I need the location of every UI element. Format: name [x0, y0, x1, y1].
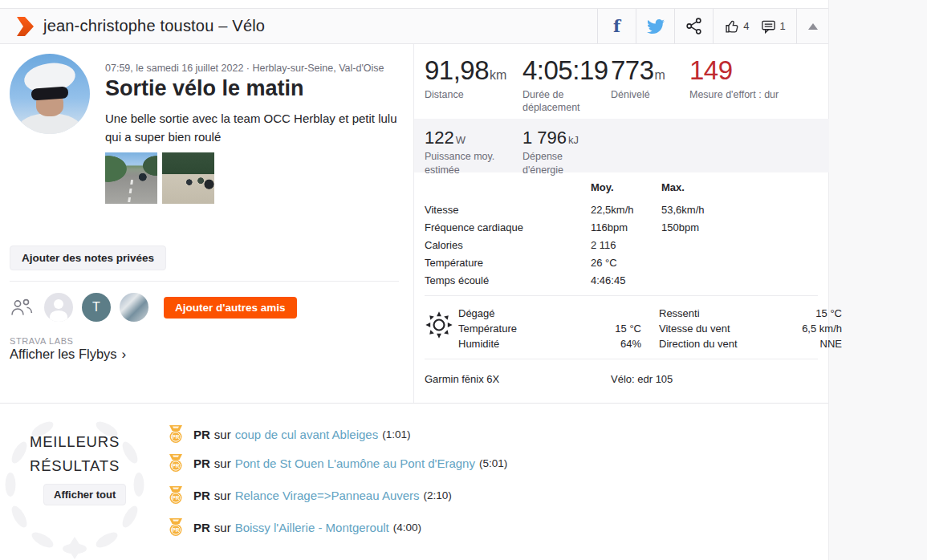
group-icon	[10, 298, 35, 317]
photo-thumbnail-1[interactable]	[105, 152, 157, 204]
table-header: Moy. Max.	[425, 181, 818, 204]
twitter-share-button[interactable]	[636, 9, 674, 43]
page-background-strip	[828, 0, 927, 560]
friends-row: T Ajouter d'autres amis	[10, 293, 297, 322]
strava-logo-icon[interactable]	[16, 16, 35, 37]
share-button[interactable]	[674, 9, 713, 43]
pr-row: PR PR sur coup de cul avant Ableiges (1:…	[169, 425, 410, 444]
stat-moving-time: 4:05:19 Durée de déplacement	[522, 55, 611, 114]
divider	[10, 281, 399, 282]
activity-title: Sortie vélo le matin	[105, 76, 304, 101]
pr-row: PR PR sur Pont de St Ouen L'aumône au Po…	[169, 454, 507, 473]
show-all-button[interactable]: Afficher tout	[43, 484, 126, 505]
activity-summary-panel: 07:59, le samedi 16 juillet 2022 · Herbl…	[0, 44, 413, 403]
twitter-icon	[647, 18, 665, 35]
kudos-comments-group: 4 1	[713, 9, 796, 43]
best-results-heading: MEILLEURS RÉSULTATS	[0, 430, 149, 478]
bike-name: Vélo: edr 105	[611, 373, 673, 385]
weather-right-column: Ressenti15 °C Vitesse du vent6,5 km/h Di…	[659, 306, 842, 351]
activity-stats-panel: 91,98km Distance 4:05:19 Durée de déplac…	[413, 44, 828, 403]
stat-energy: 1 796kJ Dépense d'énergie	[522, 128, 643, 172]
chevron-right-icon: ›	[122, 347, 127, 362]
details-table: Moy. Max. Vitesse 22,5km/h 53,6km/h Fréq…	[425, 181, 818, 292]
stat-elevation: 773m Dénivelé	[611, 55, 689, 114]
table-row: Vitesse 22,5km/h 53,6km/h	[425, 204, 818, 221]
pr-row: PR PR sur Boissy l'Aillerie - Montgeroul…	[169, 518, 421, 537]
flybys-link[interactable]: Afficher les Flybys›	[10, 347, 126, 363]
pr-medal-icon: PR	[169, 454, 183, 473]
activity-description: Une belle sortie avec la team OCC Herbla…	[105, 110, 412, 146]
table-row: Temps écoulé 4:46:45	[425, 274, 818, 292]
primary-stats: 91,98km Distance 4:05:19 Durée de déplac…	[425, 55, 818, 114]
add-private-notes-button[interactable]: Ajouter des notes privées	[10, 246, 166, 270]
activity-meta: 07:59, le samedi 16 juillet 2022 · Herbl…	[105, 63, 384, 74]
triangle-up-icon	[808, 23, 818, 30]
device-name: Garmin fēnix 6X	[425, 373, 499, 385]
add-friends-button[interactable]: Ajouter d'autres amis	[164, 297, 297, 319]
pr-medal-icon: PR	[169, 425, 183, 444]
header-actions: f 4	[597, 9, 828, 43]
thumbs-up-icon	[724, 18, 739, 34]
comments-button[interactable]: 1	[761, 18, 786, 34]
pr-medal-icon: PR	[169, 518, 183, 537]
segment-link[interactable]: Boissy l'Aillerie - Montgeroult	[235, 521, 389, 534]
gear-section: Garmin fēnix 6X Vélo: edr 105	[425, 373, 818, 385]
weather-left-column: Dégagé Température15 °C Humidité64%	[458, 306, 641, 351]
stat-distance: 91,98km Distance	[425, 55, 522, 114]
table-row: Fréquence cardiaque 116bpm 150bpm	[425, 221, 818, 239]
best-results-section: MEILLEURS RÉSULTATS Afficher tout PR PR …	[0, 403, 828, 560]
kudos-button[interactable]: 4	[724, 18, 749, 34]
divider	[425, 359, 818, 359]
svg-text:PR: PR	[172, 527, 179, 533]
friend-avatar-initial[interactable]: T	[82, 293, 111, 322]
segment-link[interactable]: coup de cul avant Ableiges	[235, 428, 378, 441]
sun-icon	[425, 310, 453, 339]
stat-relative-effort: 149 Mesure d'effort : dur	[689, 55, 818, 114]
segment-link[interactable]: Pont de St Ouen L'aumône au Pont d'Eragn…	[235, 457, 475, 470]
kudos-count: 4	[743, 20, 749, 32]
stat-avg-power: 122W Puissance moy. estimée	[425, 128, 522, 172]
pr-medal-icon: PR	[169, 486, 183, 505]
friend-avatar-placeholder[interactable]	[44, 293, 73, 322]
activity-photos	[105, 152, 214, 204]
collapse-button[interactable]	[796, 9, 828, 43]
weather-section: Dégagé Température15 °C Humidité64% Ress…	[425, 306, 842, 351]
facebook-icon: f	[613, 18, 620, 34]
divider	[425, 295, 818, 296]
secondary-stats: 122W Puissance moy. estimée 1 796kJ Dépe…	[414, 119, 829, 172]
svg-text:PR: PR	[172, 463, 179, 469]
table-row: Calories 2 116	[425, 239, 818, 257]
comment-icon	[761, 18, 776, 34]
svg-text:PR: PR	[172, 434, 179, 440]
table-row: Température 26 °C	[425, 257, 818, 274]
athlete-avatar[interactable]	[10, 54, 90, 134]
strava-labs-label: STRAVA LABS	[10, 336, 74, 346]
comment-count: 1	[780, 20, 786, 32]
friend-avatar-photo[interactable]	[120, 293, 148, 322]
pr-row: PR PR sur Relance Virage=>Panneau Auvers…	[169, 486, 452, 505]
segment-link[interactable]: Relance Virage=>Panneau Auvers	[235, 489, 420, 502]
weather-condition: Dégagé	[458, 306, 495, 321]
activity-header-bar: jean-christophe toustou – Vélo f 4	[0, 8, 828, 44]
share-icon	[685, 17, 703, 35]
photo-thumbnail-2[interactable]	[162, 152, 214, 204]
facebook-share-button[interactable]: f	[597, 9, 636, 43]
svg-text:PR: PR	[172, 495, 179, 501]
page-title: jean-christophe toustou – Vélo	[43, 17, 265, 35]
